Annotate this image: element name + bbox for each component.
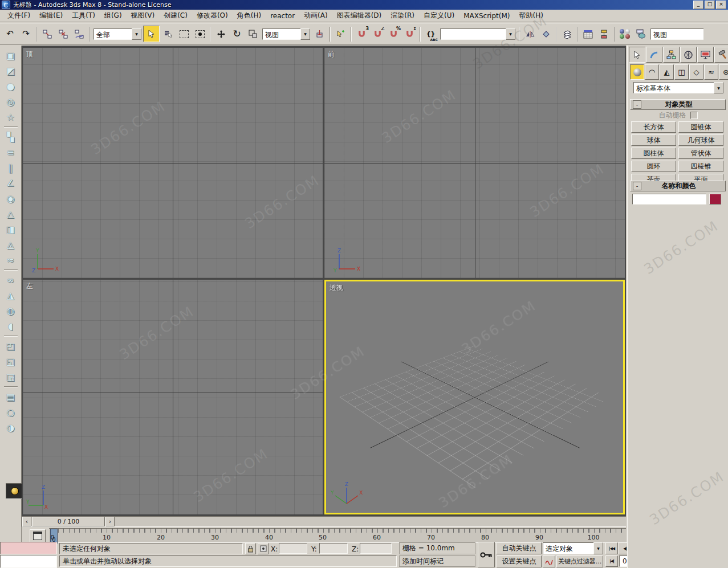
category-shapes[interactable]: ◠ <box>645 64 659 80</box>
wheel-icon[interactable]: ◍ <box>3 303 19 318</box>
plane-icon[interactable]: ▚ <box>3 129 19 145</box>
undo-button[interactable]: ↶ <box>2 26 18 42</box>
angle-snap-toggle-button[interactable]: ∠ <box>370 26 385 42</box>
select-object-button[interactable] <box>143 26 160 42</box>
maxscript-mini-listener-pink[interactable] <box>0 542 57 554</box>
viewport-top[interactable]: 顶 Y X Z <box>23 48 323 278</box>
cloth-modifier-icon[interactable]: ◰ <box>3 338 19 354</box>
set-key-button[interactable]: 设置关键点 <box>497 555 542 567</box>
edit-named-selection-sets-button[interactable]: {} ABC <box>423 26 438 42</box>
maxscript-mini-listener-white[interactable] <box>0 555 57 568</box>
selection-filter-dropdown[interactable]: 全部 ▼ <box>93 28 141 40</box>
tab-motion[interactable] <box>680 47 697 63</box>
cone-button[interactable]: 圆锥体 <box>678 121 723 133</box>
chevron-down-icon[interactable]: ▼ <box>132 28 141 40</box>
menu-modifiers[interactable]: 修改器(O) <box>193 10 232 22</box>
curve-editor-button[interactable] <box>580 26 596 42</box>
rope-modifier-icon[interactable]: ◱ <box>3 354 19 369</box>
maximize-button[interactable]: □ <box>705 1 715 9</box>
named-selection-sets-dropdown[interactable]: ▼ <box>440 28 515 40</box>
menu-reactor[interactable]: reactor <box>266 11 299 21</box>
select-and-move-button[interactable] <box>213 26 229 42</box>
pyramid-button[interactable]: 四棱锥 <box>678 161 723 172</box>
render-view-dropdown[interactable]: 视图 <box>650 28 703 40</box>
geosphere-button[interactable]: 几何球体 <box>678 134 723 146</box>
close-button[interactable]: × <box>716 1 726 9</box>
key-mode-toggle-button[interactable]: |◀| <box>605 555 618 567</box>
menu-views[interactable]: 视图(V) <box>127 10 159 22</box>
viewport-perspective-active[interactable]: 透视 Z Y X <box>324 280 625 514</box>
time-slider-next-arrow[interactable]: › <box>105 517 115 526</box>
spring-icon[interactable]: ≡ <box>3 145 19 160</box>
chevron-down-icon[interactable]: ▼ <box>300 28 310 40</box>
analyze-world-icon[interactable]: ○ <box>3 404 19 420</box>
soft-body-modifier-icon[interactable]: ◲ <box>3 369 19 385</box>
add-time-tag[interactable]: 添加时间标记 <box>399 555 475 567</box>
whistle-icon[interactable]: ◖ <box>3 318 19 334</box>
key-filter-curve-toggle[interactable] <box>543 555 555 567</box>
absolute-offset-mode-toggle[interactable] <box>258 543 269 554</box>
auto-key-button[interactable]: 自动关键点 <box>497 542 542 554</box>
menu-customize[interactable]: 自定义(U) <box>420 10 458 22</box>
percent-snap-toggle-button[interactable]: % <box>386 26 401 42</box>
select-and-manipulate-button[interactable] <box>333 26 348 42</box>
category-geometry[interactable] <box>630 64 644 80</box>
object-color-swatch[interactable] <box>709 194 721 205</box>
box-button[interactable]: 长方体 <box>631 121 676 133</box>
use-pivot-point-center-button[interactable] <box>312 26 327 42</box>
viewport-label-top[interactable]: 顶 <box>26 50 33 59</box>
x-coordinate-input[interactable] <box>279 543 307 554</box>
rigid-body-collection-icon[interactable]: ▣ <box>3 48 19 63</box>
spinner-snap-toggle-button[interactable]: ↕ <box>402 26 417 42</box>
selection-lock-toggle[interactable] <box>245 543 256 554</box>
autogrid-checkbox[interactable] <box>690 112 698 119</box>
ragdoll-icon[interactable]: ◮ <box>3 288 19 303</box>
wind-icon[interactable]: △ <box>3 206 19 222</box>
align-button[interactable] <box>538 26 554 42</box>
menu-group[interactable]: 组(G) <box>100 10 126 22</box>
viewport-left[interactable]: 左 Z Y X <box>23 280 323 514</box>
category-lights[interactable]: ◭ <box>660 64 674 80</box>
snaps-toggle-button[interactable]: 3 <box>354 26 369 42</box>
menu-animation[interactable]: 动画(A) <box>300 10 332 22</box>
toy-car-icon[interactable]: ◨ <box>3 222 19 237</box>
menu-file[interactable]: 文件(F) <box>3 10 34 22</box>
angular-dashpot-icon[interactable]: ∠ <box>3 175 19 191</box>
tab-display[interactable] <box>697 47 714 63</box>
menu-edit[interactable]: 编辑(E) <box>35 10 67 22</box>
time-slider-thumb[interactable]: 0 / 100 <box>32 517 105 526</box>
select-and-scale-button[interactable] <box>245 26 261 42</box>
tube-button[interactable]: 管状体 <box>678 148 723 159</box>
open-mini-curve-editor-button[interactable] <box>30 529 46 542</box>
schematic-view-button[interactable] <box>596 26 612 42</box>
cloth-collection-icon[interactable]: ◩ <box>3 63 19 79</box>
rectangular-selection-region-button[interactable] <box>176 26 192 42</box>
menu-graph-editors[interactable]: 图表编辑器(D) <box>333 10 386 22</box>
go-to-start-button[interactable]: |◀◀ <box>605 542 618 554</box>
viewport-label-front[interactable]: 前 <box>328 50 335 59</box>
tab-utilities[interactable] <box>714 47 728 63</box>
unlink-selection-button[interactable] <box>55 26 71 42</box>
material-editor-button[interactable] <box>617 26 633 42</box>
menu-maxscript[interactable]: MAXScript(M) <box>459 11 514 21</box>
object-name-input[interactable] <box>632 194 706 205</box>
time-slider-prev-arrow[interactable]: ‹ <box>22 517 31 526</box>
set-keys-button[interactable] <box>478 542 495 567</box>
cylinder-button[interactable]: 圆柱体 <box>631 148 676 159</box>
menu-rendering[interactable]: 渲染(R) <box>387 10 418 22</box>
fracture-icon[interactable]: ◬ <box>3 237 19 252</box>
chevron-down-icon[interactable]: ▼ <box>714 82 723 93</box>
category-systems[interactable]: ⊛ <box>719 64 728 80</box>
y-coordinate-input[interactable] <box>319 543 348 554</box>
collapse-icon[interactable]: - <box>633 100 641 109</box>
reactor-utilities-icon[interactable]: ▤ <box>3 389 19 404</box>
key-filters-button[interactable]: 关键点过滤器... <box>556 555 603 567</box>
z-coordinate-input[interactable] <box>360 543 392 554</box>
motor-icon[interactable]: ◉ <box>3 191 19 206</box>
chevron-down-icon[interactable]: ▼ <box>506 28 515 40</box>
minimize-button[interactable]: _ <box>693 1 703 9</box>
water-icon[interactable]: ≈ <box>3 252 19 268</box>
layer-manager-button[interactable] <box>559 26 575 42</box>
menu-tools[interactable]: 工具(T) <box>68 10 99 22</box>
key-mode-dropdown[interactable]: 选定对象 ▼ <box>543 542 603 554</box>
